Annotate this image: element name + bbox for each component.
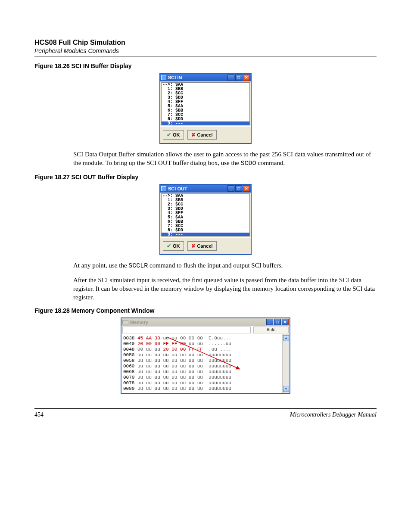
address-input[interactable] xyxy=(122,327,251,333)
list-item-selected[interactable]: 9: --- xyxy=(162,121,250,125)
sci-out-listbox[interactable]: -->: $AA 1: $BB 2: $CC 3: $DD 4: $FF 5: … xyxy=(161,193,250,236)
cross-icon: ✘ xyxy=(191,132,196,138)
app-icon xyxy=(161,186,166,191)
minimize-button[interactable]: _ xyxy=(227,75,234,81)
manual-title: Microcontrollers Debugger Manual xyxy=(290,411,377,418)
cancel-button[interactable]: ✘ Cancel xyxy=(187,241,217,251)
memory-row[interactable]: 0078 uu uu uu uu uu uu uu uu uuuuuuuu xyxy=(123,380,280,386)
close-button[interactable]: ✕ xyxy=(243,185,250,192)
auto-button[interactable]: Auto xyxy=(253,327,289,333)
scroll-up-icon[interactable]: ▲ xyxy=(283,335,289,341)
figure-18-28: Memory _ □ ✕ Auto 0038 45 AA 30 uu uu 00… xyxy=(34,317,377,394)
ok-button[interactable]: ✔ OK xyxy=(163,241,184,251)
ok-button[interactable]: ✔ OK xyxy=(163,130,184,140)
memory-toolbar: Auto xyxy=(121,326,290,334)
scroll-down-icon[interactable]: ▼ xyxy=(283,386,289,392)
list-item[interactable]: 3: $DD xyxy=(162,207,249,211)
sci-in-dialog: SCI IN _ □ ✕ -->: $AA 1: $BB 2: $CC 3: $… xyxy=(159,73,252,144)
memory-row[interactable]: 0068 uu uu uu uu uu uu uu uu uuuuuuuu xyxy=(123,369,280,375)
sci-in-listbox[interactable]: -->: $AA 1: $BB 2: $CC 3: $DD 4: $FF 5: … xyxy=(161,82,250,125)
scroll-track[interactable] xyxy=(283,341,290,386)
memory-body: 0038 45 AA 30 uu uu 00 00 00 E.0uu...004… xyxy=(121,334,290,393)
memory-row[interactable]: 0060 uu uu uu uu uu uu uu uu uuuuuuuu xyxy=(123,364,280,369)
memory-row[interactable]: 0040 20 00 00 FF FF 00 uu uu ......uu xyxy=(123,341,280,347)
page-footer: 454 Microcontrollers Debugger Manual xyxy=(34,408,377,418)
page-subtitle: Peripheral Modules Commands xyxy=(34,47,377,54)
check-icon: ✔ xyxy=(167,132,171,138)
list-item[interactable]: 6: $BB xyxy=(162,220,249,224)
ok-label: OK xyxy=(173,243,180,249)
memory-row[interactable]: 0070 uu uu uu uu uu uu uu uu uuuuuuuu xyxy=(123,375,280,380)
memory-row[interactable]: 0058 uu uu uu uu uu uu uu uu uuuuuuuu xyxy=(123,358,280,364)
memory-window: Memory _ □ ✕ Auto 0038 45 AA 30 uu uu 00… xyxy=(121,317,290,394)
list-item[interactable]: 5: $AA xyxy=(162,215,249,220)
paragraph-1: SCI Data Output Buffer simulation allows… xyxy=(73,150,377,168)
page-number: 454 xyxy=(34,411,44,418)
cancel-label: Cancel xyxy=(197,243,213,249)
list-item[interactable]: 8: $DD xyxy=(162,228,249,233)
sci-out-dialog: SCI OUT _ □ ✕ -->: $AA 1: $BB 2: $CC 3: … xyxy=(159,184,252,255)
cross-icon: ✘ xyxy=(191,243,196,249)
sci-out-titlebar[interactable]: SCI OUT _ □ ✕ xyxy=(160,185,251,193)
close-button[interactable]: ✕ xyxy=(282,319,289,325)
list-item[interactable]: 1: $BB xyxy=(162,198,249,202)
sci-in-title: SCI IN xyxy=(168,75,182,80)
minimize-button[interactable]: _ xyxy=(227,185,234,192)
memory-title: Memory xyxy=(130,320,148,325)
list-item[interactable]: 7: $CC xyxy=(162,224,249,228)
memory-row[interactable]: 0038 45 AA 30 uu uu 00 00 00 E.0uu... xyxy=(123,336,280,341)
sci-out-title: SCI OUT xyxy=(168,186,187,191)
sci-in-titlebar[interactable]: SCI IN _ □ ✕ xyxy=(160,74,251,81)
figure-caption-18-26: Figure 18.26 SCI IN Buffer Display xyxy=(34,62,377,69)
app-icon xyxy=(161,75,166,80)
close-button[interactable]: ✕ xyxy=(243,75,250,81)
minimize-button[interactable]: _ xyxy=(266,319,273,325)
paragraph-3: After the SCI simulated input is receive… xyxy=(73,276,377,302)
header-rule xyxy=(34,56,377,56)
list-item[interactable]: 2: $CC xyxy=(162,202,249,207)
memory-row[interactable]: 0050 uu uu uu uu uu uu uu uu uuuuuuuu xyxy=(123,352,280,358)
figure-18-27: SCI OUT _ □ ✕ -->: $AA 1: $BB 2: $CC 3: … xyxy=(34,184,377,255)
maximize-button[interactable]: □ xyxy=(235,185,242,192)
maximize-button[interactable]: □ xyxy=(274,319,281,325)
cancel-button[interactable]: ✘ Cancel xyxy=(187,130,217,140)
figure-caption-18-28: Figure 18.28 Memory Component Window xyxy=(34,307,377,314)
memory-row[interactable]: 0080 uu uu uu uu uu uu uu uu uuuuuuuu xyxy=(123,386,280,392)
scrollbar[interactable]: ▲ ▼ xyxy=(282,334,290,393)
memory-row[interactable]: 0048 00 uu uu 20 00 00 FF FF .uu .... xyxy=(123,347,280,352)
list-item[interactable]: 4: $FF xyxy=(162,211,249,215)
cancel-label: Cancel xyxy=(197,132,213,137)
paragraph-2: At any point, use the SCCLR command to f… xyxy=(73,261,377,271)
memory-titlebar[interactable]: Memory _ □ ✕ xyxy=(121,318,290,326)
memory-app-icon xyxy=(122,320,128,324)
list-item[interactable]: -->: $AA xyxy=(162,194,249,198)
ok-label: OK xyxy=(173,132,180,137)
figure-caption-18-27: Figure 18.27 SCI OUT Buffer Display xyxy=(34,174,377,180)
list-item-selected[interactable]: 9: --- xyxy=(162,233,250,236)
figure-18-26: SCI IN _ □ ✕ -->: $AA 1: $BB 2: $CC 3: $… xyxy=(34,73,377,144)
check-icon: ✔ xyxy=(167,243,171,249)
page-title: HCS08 Full Chip Simulation xyxy=(34,39,377,47)
memory-rows[interactable]: 0038 45 AA 30 uu uu 00 00 00 E.0uu...004… xyxy=(121,334,282,393)
maximize-button[interactable]: □ xyxy=(235,75,242,81)
